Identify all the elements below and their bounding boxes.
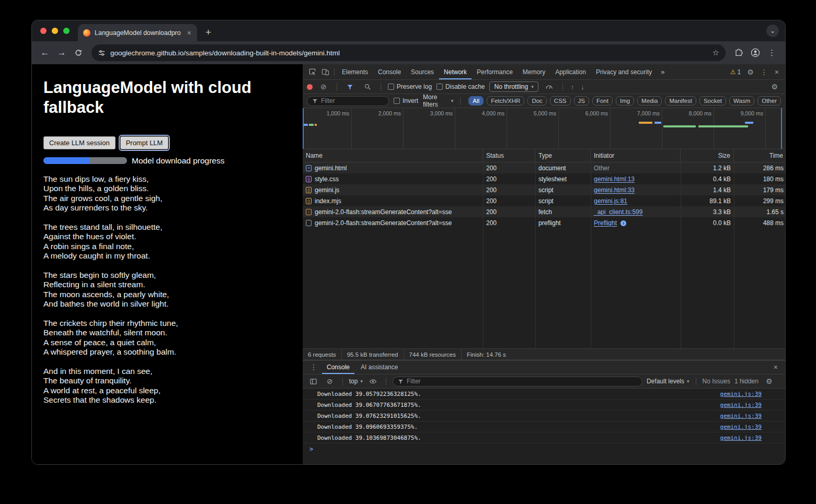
- devtools-close-button[interactable]: ×: [772, 68, 782, 76]
- live-expression-button[interactable]: [367, 376, 380, 387]
- header-name[interactable]: Name: [303, 149, 483, 162]
- filter-pill-img[interactable]: Img: [616, 96, 634, 106]
- extensions-button[interactable]: [731, 45, 746, 61]
- console-filter-input[interactable]: [407, 378, 637, 385]
- info-icon[interactable]: i: [620, 220, 626, 226]
- filter-pill-wasm[interactable]: Wasm: [729, 96, 754, 106]
- tab-sources[interactable]: Sources: [406, 64, 439, 79]
- record-network-log-button[interactable]: [307, 84, 313, 90]
- new-tab-button[interactable]: +: [202, 26, 214, 38]
- network-settings-button[interactable]: ⚙: [768, 83, 781, 91]
- issues-counter[interactable]: ⚠ 1: [728, 68, 743, 76]
- tab-memory[interactable]: Memory: [518, 64, 550, 79]
- tab-privacy-security[interactable]: Privacy and security: [591, 64, 657, 79]
- initiator-link[interactable]: Preflight: [594, 219, 617, 227]
- forward-button[interactable]: →: [54, 45, 70, 61]
- drawer-tab-ai-assistance[interactable]: AI assistance: [356, 360, 403, 374]
- drawer-close-button[interactable]: ×: [771, 363, 781, 371]
- network-filter-input[interactable]: [321, 97, 384, 104]
- filter-pill-js[interactable]: JS: [574, 96, 589, 106]
- more-tabs-button[interactable]: »: [657, 68, 668, 76]
- export-har-button[interactable]: ↓: [580, 83, 585, 91]
- devtools-menu-button[interactable]: ⋮: [757, 68, 771, 76]
- message-source-link[interactable]: gemini.js:39: [720, 424, 762, 430]
- filter-pill-font[interactable]: Font: [592, 96, 613, 106]
- header-time[interactable]: Time: [734, 149, 786, 162]
- tab-search-button[interactable]: ⌄: [766, 25, 779, 37]
- initiator-link[interactable]: _api_client.ts:599: [594, 208, 642, 216]
- more-filters-dropdown[interactable]: More filters ▾: [423, 93, 453, 108]
- filter-pill-manifest[interactable]: Manifest: [665, 96, 696, 106]
- filter-pill-doc[interactable]: Doc: [527, 96, 546, 106]
- table-row[interactable]: gemini-2.0-flash:streamGenerateContent?a…: [303, 217, 785, 228]
- tab-console[interactable]: Console: [373, 64, 406, 79]
- timeline-selection-handle[interactable]: [303, 108, 304, 149]
- reload-button[interactable]: [71, 45, 86, 61]
- context-selector[interactable]: top ▾: [349, 378, 363, 385]
- filter-pill-other[interactable]: Other: [757, 96, 781, 106]
- tab-network[interactable]: Network: [439, 64, 472, 79]
- inspect-element-button[interactable]: [306, 66, 318, 78]
- filter-pill-css[interactable]: CSS: [550, 96, 571, 106]
- network-filter-input-box[interactable]: [307, 96, 389, 106]
- message-source-link[interactable]: gemini.js:39: [720, 435, 762, 441]
- profile-avatar[interactable]: [748, 45, 763, 61]
- message-source-link[interactable]: gemini.js:39: [720, 402, 762, 408]
- close-window-button[interactable]: [40, 28, 47, 34]
- console-prompt[interactable]: >: [303, 443, 785, 455]
- site-settings-icon[interactable]: [98, 49, 106, 57]
- bookmark-star-icon[interactable]: ☆: [712, 48, 719, 57]
- header-type[interactable]: Type: [535, 149, 591, 162]
- table-row[interactable]: ≡ gemini.html 200 document Other 1.2 kB …: [303, 162, 785, 173]
- table-row[interactable]: ↕ gemini-2.0-flash:streamGenerateContent…: [303, 206, 785, 217]
- devtools-settings-button[interactable]: ⚙: [744, 68, 757, 76]
- drawer-menu-button[interactable]: ⋮: [307, 363, 320, 371]
- console-filter-input-box[interactable]: [393, 377, 642, 386]
- clear-console-button[interactable]: ⊘: [324, 377, 336, 385]
- table-row[interactable]: {} style.css 200 stylesheet gemini.html:…: [303, 173, 785, 184]
- network-conditions-button[interactable]: [543, 81, 556, 92]
- device-toolbar-button[interactable]: [319, 66, 331, 78]
- throttling-select[interactable]: No throttling ▾: [489, 81, 538, 92]
- create-llm-session-button[interactable]: Create LLM session: [43, 136, 116, 149]
- back-button[interactable]: ←: [37, 45, 53, 61]
- filter-pill-media[interactable]: Media: [637, 96, 662, 106]
- issues-status[interactable]: No Issues: [703, 378, 730, 385]
- header-size[interactable]: Size: [681, 149, 734, 162]
- timeline-selection-handle[interactable]: [781, 108, 782, 149]
- message-source-link[interactable]: gemini.js:39: [720, 391, 762, 397]
- clear-network-log-button[interactable]: ⊘: [317, 83, 330, 91]
- import-har-button[interactable]: ↑: [570, 83, 576, 91]
- drawer-tab-console[interactable]: Console: [322, 360, 354, 374]
- browser-menu-button[interactable]: ⋮: [764, 45, 780, 61]
- browser-tab[interactable]: LanguageModel downloadpro ×: [78, 24, 197, 41]
- tab-elements[interactable]: Elements: [337, 64, 373, 79]
- initiator-link[interactable]: gemini.html:33: [594, 186, 635, 194]
- search-network-button[interactable]: [361, 81, 374, 92]
- filter-pill-all[interactable]: All: [468, 96, 484, 106]
- tab-close-icon[interactable]: ×: [186, 29, 193, 37]
- url-bar[interactable]: googlechrome.github.io/samples/downloadi…: [91, 44, 726, 61]
- header-status[interactable]: Status: [483, 149, 535, 162]
- preserve-log-checkbox[interactable]: Preserve log: [388, 83, 432, 90]
- hidden-messages-count[interactable]: 1 hidden: [734, 378, 758, 385]
- filter-pill-fetch-xhr[interactable]: Fetch/XHR: [487, 96, 524, 106]
- table-row[interactable]: () index.mjs 200 script gemini.js:81 89.…: [303, 195, 785, 206]
- filter-toggle-button[interactable]: [344, 81, 357, 92]
- disable-cache-checkbox[interactable]: Disable cache: [436, 83, 485, 90]
- tab-application[interactable]: Application: [550, 64, 591, 79]
- log-levels-dropdown[interactable]: Default levels ▾: [647, 378, 689, 385]
- invert-checkbox[interactable]: Invert: [394, 97, 418, 104]
- initiator-link[interactable]: gemini.js:81: [594, 197, 627, 205]
- zoom-window-button[interactable]: [63, 28, 70, 34]
- console-sidebar-button[interactable]: [307, 376, 319, 387]
- tab-performance[interactable]: Performance: [472, 64, 518, 79]
- message-source-link[interactable]: gemini.js:39: [720, 413, 762, 419]
- console-settings-button[interactable]: ⚙: [763, 377, 776, 385]
- prompt-llm-button[interactable]: Prompt LLM: [120, 136, 169, 149]
- initiator-link[interactable]: gemini.html:13: [594, 175, 635, 183]
- network-timeline-overview[interactable]: 1,000 ms 2,000 ms 3,000 ms 4,000 ms 5,00…: [303, 108, 785, 149]
- table-row[interactable]: () gemini.js 200 script gemini.html:33 1…: [303, 184, 785, 195]
- filter-pill-socket[interactable]: Socket: [699, 96, 726, 106]
- minimize-window-button[interactable]: [52, 28, 58, 34]
